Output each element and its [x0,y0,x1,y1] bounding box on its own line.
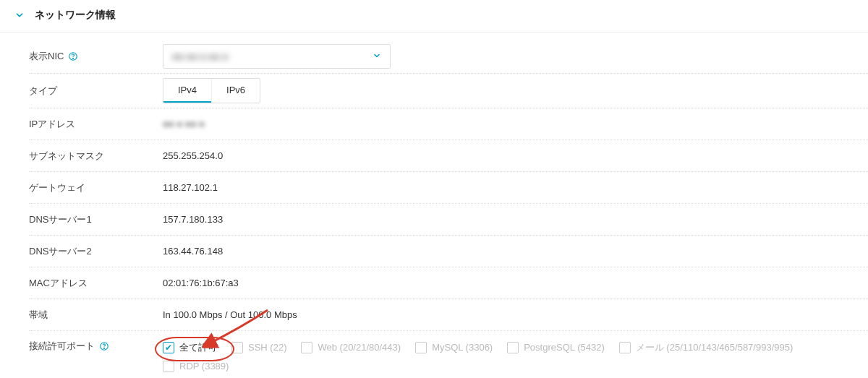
chk-postgres[interactable]: ✔ PostgreSQL (5432) [507,338,605,357]
label-dns1: DNSサーバー1 [29,213,163,226]
label-nic: 表示NIC [29,50,163,63]
label-gateway: ゲートウェイ [29,181,163,194]
checkbox-icon: ✔ [163,361,174,372]
chk-rdp[interactable]: ✔ RDP (3389) [163,357,229,376]
ip-masked: ■■ ■ ■■ ■ [163,119,205,129]
label-band: 帯域 [29,309,163,322]
value-nic: ■■ ■■ ■ ■■ ■ [163,44,868,69]
value-dns1: 157.7.180.133 [163,214,868,225]
checkbox-icon: ✔ [301,342,312,353]
tab-ipv6[interactable]: IPv6 [211,79,260,103]
svg-point-3 [104,348,105,348]
row-mac: MACアドレス 02:01:76:1b:67:a3 [29,267,868,299]
value-type: IPv4 IPv6 [163,78,868,103]
section-title: ネットワーク情報 [35,9,116,22]
row-nic: 表示NIC ■■ ■■ ■ ■■ ■ [29,40,868,74]
help-icon[interactable] [99,341,109,351]
chk-ssh-label: SSH (22) [248,338,286,357]
checkbox-icon: ✔ [507,342,519,353]
chk-mysql-label: MySQL (3306) [432,338,493,357]
label-ip: IPアドレス [29,118,163,131]
section-header[interactable]: ネットワーク情報 [0,0,868,33]
row-ports: 接続許可ポート ✔ 全て許可 ✔ SSH (22) ✔ Web (20/21/8… [29,331,868,378]
value-ip: ■■ ■ ■■ ■ [163,119,868,129]
value-gateway: 118.27.102.1 [163,182,868,193]
ip-type-tabs: IPv4 IPv6 [163,78,260,103]
value-subnet: 255.255.254.0 [163,150,868,161]
chk-web[interactable]: ✔ Web (20/21/80/443) [301,338,401,357]
chk-web-label: Web (20/21/80/443) [318,338,401,357]
help-icon[interactable] [68,51,78,61]
checkbox-icon: ✔ [163,342,174,353]
checkbox-icon: ✔ [619,342,631,353]
row-band: 帯域 In 100.0 Mbps / Out 100.0 Mbps [29,299,868,331]
chk-ssh[interactable]: ✔ SSH (22) [231,338,286,357]
svg-point-1 [73,58,74,59]
chk-allow-all[interactable]: ✔ 全て許可 [163,338,217,357]
row-type: タイプ IPv4 IPv6 [29,74,868,108]
row-dns2: DNSサーバー2 163.44.76.148 [29,236,868,267]
row-gateway: ゲートウェイ 118.27.102.1 [29,172,868,204]
chk-mysql[interactable]: ✔ MySQL (3306) [415,338,493,357]
nic-selected-masked: ■■ ■■ ■ ■■ ■ [172,51,228,62]
chk-mail[interactable]: ✔ メール (25/110/143/465/587/993/995) [619,338,793,357]
form-body: 表示NIC ■■ ■■ ■ ■■ ■ タイプ IPv4 IPv6 IPアドレス [0,33,868,378]
row-subnet: サブネットマスク 255.255.254.0 [29,140,868,172]
checkbox-icon: ✔ [415,342,427,353]
value-dns2: 163.44.76.148 [163,246,868,257]
value-ports: ✔ 全て許可 ✔ SSH (22) ✔ Web (20/21/80/443) ✔… [163,338,868,376]
port-checkbox-group: ✔ 全て許可 ✔ SSH (22) ✔ Web (20/21/80/443) ✔… [163,338,868,376]
nic-select[interactable]: ■■ ■■ ■ ■■ ■ [163,44,391,69]
chk-allow-all-label: 全て許可 [179,338,217,357]
chk-rdp-label: RDP (3389) [179,357,229,376]
chk-mail-label: メール (25/110/143/465/587/993/995) [636,338,793,357]
row-dns1: DNSサーバー1 157.7.180.133 [29,204,868,236]
checkbox-icon: ✔ [231,342,243,353]
chevron-down-icon [373,51,381,62]
row-ip: IPアドレス ■■ ■ ■■ ■ [29,108,868,140]
value-band: In 100.0 Mbps / Out 100.0 Mbps [163,309,868,320]
tab-ipv4[interactable]: IPv4 [163,79,211,103]
chk-postgres-label: PostgreSQL (5432) [524,338,605,357]
value-mac: 02:01:76:1b:67:a3 [163,278,868,288]
label-type: タイプ [29,85,163,98]
label-dns2: DNSサーバー2 [29,245,163,258]
label-subnet: サブネットマスク [29,150,163,163]
chevron-down-icon [14,10,25,20]
label-ports: 接続許可ポート [29,338,163,353]
label-mac: MACアドレス [29,277,163,290]
